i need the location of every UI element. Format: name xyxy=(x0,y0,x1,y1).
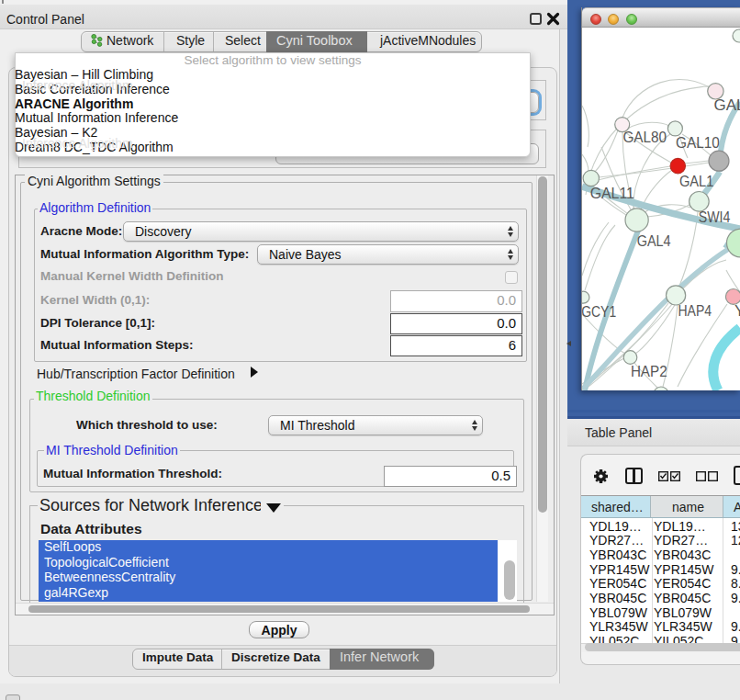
svg-text:HAP4: HAP4 xyxy=(678,302,712,320)
svg-text:GAL1: GAL1 xyxy=(679,173,714,190)
svg-text:GAL11: GAL11 xyxy=(590,185,634,202)
svg-text:SWI4: SWI4 xyxy=(699,209,731,226)
svg-text:GAL2: GAL2 xyxy=(714,96,740,114)
svg-text:YBR: YBR xyxy=(734,302,740,320)
svg-text:HAP2: HAP2 xyxy=(631,363,667,380)
svg-text:GAL4: GAL4 xyxy=(637,232,671,250)
svg-text:GCY1: GCY1 xyxy=(582,303,616,321)
svg-text:GAL10: GAL10 xyxy=(676,134,720,152)
svg-text:GAL80: GAL80 xyxy=(622,129,667,146)
